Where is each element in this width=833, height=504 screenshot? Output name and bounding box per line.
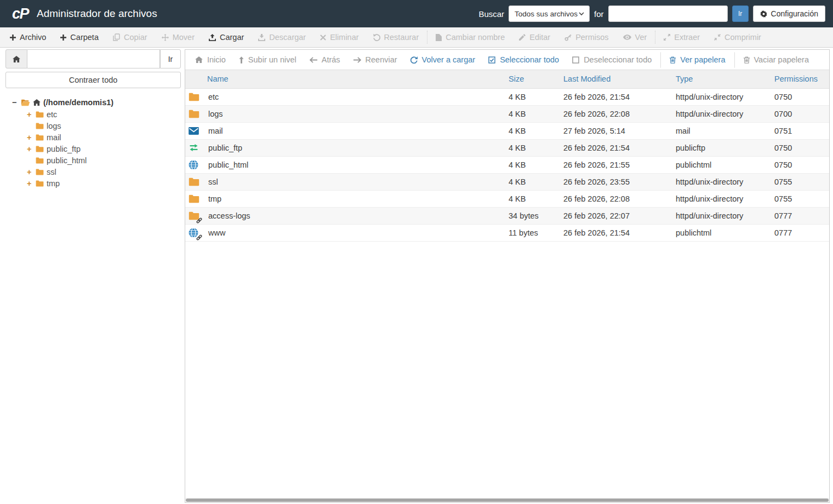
expand-toggle[interactable]: + (27, 179, 33, 188)
toolbar-label: Descargar (269, 33, 306, 42)
name-cell-container: www (185, 224, 509, 241)
mail-icon (189, 125, 200, 136)
file-name-cell[interactable]: ssl (185, 176, 509, 187)
tree-item-label: tmp (47, 179, 60, 188)
file-type: httpd/unix-directory (676, 190, 774, 207)
file-toolbar-volver-a-cargar[interactable]: Volver a cargar (404, 55, 482, 64)
table-row-www[interactable]: www11 bytes26 feb 2026, 21:54publichtml0… (185, 224, 829, 241)
file-name: www (208, 228, 225, 237)
tree-item-logs[interactable]: logs (27, 120, 181, 131)
file-permissions: 0750 (774, 88, 829, 105)
table-row-etc[interactable]: etc4 KB26 feb 2026, 21:54httpd/unix-dire… (185, 88, 829, 105)
file-toolbar-label: Ver papelera (680, 55, 725, 64)
table-row-public-html[interactable]: public_html4 KB26 feb 2026, 21:55publich… (185, 156, 829, 173)
tree-item-public-ftp[interactable]: +public_ftp (27, 143, 181, 154)
folder-icon (189, 193, 200, 204)
file-name: mail (208, 127, 223, 135)
extract-icon (664, 34, 670, 41)
file-modified: 26 feb 2026, 21:55 (563, 156, 676, 173)
file-toolbar-reenviar[interactable]: Reenviar (347, 55, 404, 64)
restore-icon (373, 34, 380, 41)
path-go-button[interactable]: Ir (160, 49, 181, 68)
file-toolbar-atr-s[interactable]: Atrás (303, 55, 347, 64)
tree-item-tmp[interactable]: +tmp (27, 177, 181, 189)
file-toolbar-subir-un-nivel[interactable]: Subir un nivel (232, 55, 303, 64)
search-input[interactable] (608, 5, 728, 22)
expand-toggle[interactable]: + (27, 145, 33, 153)
toolbar-cargar[interactable]: Cargar (202, 27, 251, 47)
file-name-cell[interactable]: public_html (185, 159, 509, 170)
chevron-down-icon (579, 12, 584, 16)
table-row-tmp[interactable]: tmp4 KB26 feb 2026, 22:08httpd/unix-dire… (185, 190, 829, 207)
home-button[interactable] (5, 49, 27, 68)
file-name-cell[interactable]: access-logs (185, 210, 509, 221)
expand-toggle[interactable]: + (27, 168, 33, 176)
column-header-size[interactable]: Size (509, 70, 563, 88)
tree-root-home[interactable]: − (/home/demomis1) (5, 96, 181, 108)
path-input[interactable] (27, 49, 160, 68)
column-header-permissions[interactable]: Permissions (774, 70, 829, 88)
column-header-type[interactable]: Type (676, 70, 774, 88)
file-name-cell[interactable]: logs (185, 108, 509, 119)
file-modified: 26 feb 2026, 22:08 (563, 105, 676, 122)
file-modified: 26 feb 2026, 22:08 (563, 190, 676, 207)
home-icon (195, 56, 203, 63)
checkbox-empty-icon (572, 56, 579, 64)
table-row-mail[interactable]: mail4 KB27 feb 2026, 5:14mail0751 (185, 122, 829, 139)
toolbar-copiar: Copiar (106, 27, 155, 47)
toolbar-label: Archivo (20, 33, 46, 42)
table-row-access-logs[interactable]: access-logs34 bytes26 feb 2026, 22:07htt… (185, 207, 829, 224)
home-icon (13, 56, 20, 62)
tree-item-ssl[interactable]: +ssl (27, 166, 181, 177)
toolbar-ver: Ver (616, 27, 654, 47)
collapse-toggle[interactable]: − (12, 98, 18, 107)
download-icon (258, 34, 265, 41)
name-cell-container: tmp (185, 190, 509, 207)
file-name-cell[interactable]: public_ftp (185, 142, 509, 153)
tree-item-etc[interactable]: +etc (27, 108, 181, 120)
settings-button[interactable]: Configuración (753, 5, 825, 22)
file-modified: 26 feb 2026, 21:54 (563, 139, 676, 156)
file-modified: 26 feb 2026, 22:07 (563, 207, 676, 224)
file-name-cell[interactable]: mail (185, 125, 509, 136)
file-toolbar-ver-papelera[interactable]: Ver papelera (663, 55, 732, 64)
file-size: 11 bytes (509, 224, 563, 241)
cpanel-logo[interactable]: cP (12, 5, 28, 22)
file-permissions: 0750 (774, 156, 829, 173)
folder-icon (36, 157, 44, 164)
file-toolbar-vaciar-papelera[interactable]: Vaciar papelera (737, 55, 816, 64)
home-icon (33, 99, 41, 106)
toolbar-carpeta[interactable]: Carpeta (53, 27, 106, 47)
file-name-cell[interactable]: etc (185, 91, 509, 102)
file-name-cell[interactable]: www (185, 227, 509, 238)
column-header-last-modified[interactable]: Last Modified (563, 70, 676, 88)
file-name: public_html (208, 161, 248, 169)
folder-icon (36, 146, 44, 152)
file-toolbar-inicio[interactable]: Inicio (189, 55, 232, 64)
table-row-logs[interactable]: logs4 KB26 feb 2026, 22:08httpd/unix-dir… (185, 105, 829, 122)
tree-item-mail[interactable]: +mail (27, 131, 181, 143)
file-toolbar-deseleccionar-todo[interactable]: Deseleccionar todo (566, 55, 658, 64)
file-name-cell[interactable]: tmp (185, 193, 509, 204)
file-panel: InicioSubir un nivelAtrásReenviarVolver … (185, 49, 830, 503)
expand-toggle[interactable]: + (27, 110, 33, 119)
transfer-icon (189, 142, 200, 153)
horizontal-scrollbar[interactable] (185, 498, 829, 502)
search-scope-select[interactable]: Todos sus archivos (509, 5, 590, 22)
table-row-public-ftp[interactable]: public_ftp4 KB26 feb 2026, 21:54publicft… (185, 139, 829, 156)
toolbar-archivo[interactable]: Archivo (3, 27, 53, 47)
table-row-ssl[interactable]: ssl4 KB26 feb 2026, 23:55httpd/unix-dire… (185, 173, 829, 190)
search-go-button[interactable]: Ir (732, 5, 749, 22)
file-toolbar-seleccionar-todo[interactable]: Seleccionar todo (482, 55, 566, 64)
tree-item-public-html[interactable]: public_html (27, 154, 181, 166)
settings-label: Configuración (771, 9, 818, 18)
expand-toggle[interactable]: + (27, 133, 33, 142)
link-icon (196, 234, 202, 240)
name-cell-container: etc (185, 88, 509, 105)
tree-items: +etclogs+mail+public_ftppublic_html+ssl+… (5, 108, 181, 189)
collapse-all-button[interactable]: Contraer todo (5, 72, 181, 88)
scrollbar-thumb[interactable] (186, 499, 829, 502)
sidebar: Ir Contraer todo − (/home/demomis1) +etc… (5, 49, 181, 189)
column-header-name[interactable]: Name (185, 70, 509, 88)
name-cell-container: ssl (185, 173, 509, 190)
